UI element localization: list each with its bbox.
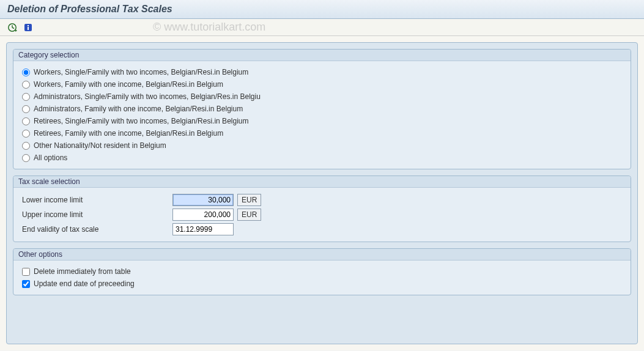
category-label-5: Retirees, Family with one income, Belgia… xyxy=(34,129,223,138)
category-label-4: Retirees, Single/Family with two incomes… xyxy=(34,117,248,125)
end-validity-input[interactable] xyxy=(172,223,234,235)
other-options-group: Other options Delete immediately from ta… xyxy=(13,248,631,295)
category-radio-2[interactable] xyxy=(22,93,30,101)
category-legend: Category selection xyxy=(13,50,631,61)
category-option-0[interactable]: Workers, Single/Family with two incomes,… xyxy=(22,66,622,78)
upper-limit-label: Upper income limit xyxy=(22,210,169,219)
category-label-0: Workers, Single/Family with two incomes,… xyxy=(34,68,248,76)
update-end-date-row[interactable]: Update end date of preceeding xyxy=(22,278,622,290)
upper-limit-input[interactable] xyxy=(172,209,234,221)
svg-rect-5 xyxy=(28,25,29,26)
category-label-6: Other Nationality/Not resident in Belgiu… xyxy=(34,141,166,150)
category-radio-3[interactable] xyxy=(22,105,30,113)
svg-marker-3 xyxy=(15,29,17,32)
tax-scale-legend: Tax scale selection xyxy=(13,176,631,188)
category-option-6[interactable]: Other Nationality/Not resident in Belgiu… xyxy=(22,139,622,152)
category-radio-1[interactable] xyxy=(22,81,30,89)
category-label-7: All options xyxy=(34,153,67,162)
lower-limit-input[interactable] xyxy=(172,194,234,206)
title-bar: Deletion of Professional Tax Scales xyxy=(0,0,644,19)
end-validity-row: End validity of tax scale xyxy=(22,222,622,237)
category-radio-0[interactable] xyxy=(22,68,30,76)
other-options-legend: Other options xyxy=(13,249,631,260)
category-label-2: Administrators, Single/Family with two i… xyxy=(34,92,261,101)
category-option-4[interactable]: Retirees, Single/Family with two incomes… xyxy=(22,115,622,127)
delete-immediately-checkbox[interactable] xyxy=(22,268,30,276)
category-group: Category selection Workers, Single/Famil… xyxy=(13,49,631,169)
category-radio-6[interactable] xyxy=(22,142,30,150)
category-option-1[interactable]: Workers, Family with one income, Belgian… xyxy=(22,78,622,91)
delete-immediately-row[interactable]: Delete immediately from table xyxy=(22,265,622,278)
svg-line-2 xyxy=(12,28,14,29)
tax-scale-group: Tax scale selection Lower income limit E… xyxy=(13,176,631,242)
info-icon xyxy=(23,23,33,32)
execute-button[interactable] xyxy=(6,21,18,34)
upper-limit-unit: EUR xyxy=(237,209,261,221)
category-label-1: Workers, Family with one income, Belgian… xyxy=(34,80,223,89)
category-radio-5[interactable] xyxy=(22,130,30,138)
main-area: Category selection Workers, Single/Famil… xyxy=(0,36,644,350)
end-validity-label: End validity of tax scale xyxy=(22,225,169,234)
tax-scale-content: Lower income limit EUR Upper income limi… xyxy=(13,188,631,242)
svg-rect-6 xyxy=(28,27,29,30)
info-button[interactable] xyxy=(22,21,34,34)
category-content: Workers, Single/Family with two incomes,… xyxy=(13,61,631,169)
lower-limit-label: Lower income limit xyxy=(22,196,169,204)
category-radio-7[interactable] xyxy=(22,154,30,162)
content-panel: Category selection Workers, Single/Famil… xyxy=(6,42,638,344)
category-option-5[interactable]: Retirees, Family with one income, Belgia… xyxy=(22,127,622,139)
category-option-7[interactable]: All options xyxy=(22,152,622,164)
toolbar xyxy=(0,19,644,36)
other-options-content: Delete immediately from table Update end… xyxy=(13,260,631,295)
delete-immediately-label: Delete immediately from table xyxy=(34,267,131,276)
upper-limit-row: Upper income limit EUR xyxy=(22,207,622,222)
update-end-date-label: Update end date of preceeding xyxy=(34,279,135,288)
lower-limit-unit: EUR xyxy=(237,194,261,206)
category-option-2[interactable]: Administrators, Single/Family with two i… xyxy=(22,91,622,103)
page-title: Deletion of Professional Tax Scales xyxy=(7,4,637,15)
clock-execute-icon xyxy=(7,23,17,32)
update-end-date-checkbox[interactable] xyxy=(22,280,30,288)
category-option-3[interactable]: Administrators, Family with one income, … xyxy=(22,103,622,115)
category-radio-4[interactable] xyxy=(22,117,30,125)
lower-limit-row: Lower income limit EUR xyxy=(22,193,622,207)
category-label-3: Administrators, Family with one income, … xyxy=(34,105,243,113)
